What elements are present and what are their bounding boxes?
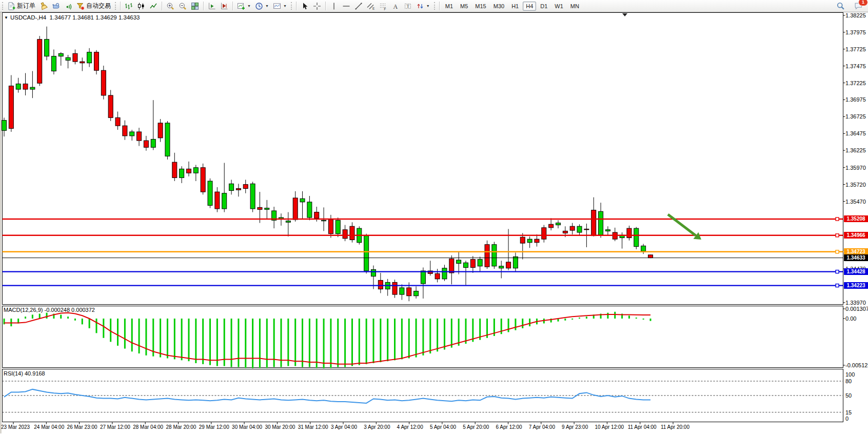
toolbar-grip[interactable] [434,2,435,10]
signals-button[interactable] [62,1,74,12]
trendline-icon [354,2,363,10]
auto-scroll-icon [208,2,216,10]
text-label-icon: T [404,2,412,10]
templates-icon [273,2,281,10]
one-click-toggle-icon[interactable]: ▼ [4,15,8,20]
separator [439,2,440,10]
add-indicator-icon [237,2,245,10]
price-line-tag[interactable]: 1.35208 [844,215,868,222]
auto-scroll-button[interactable] [206,1,218,12]
price-axis-tick: 1.36725 [845,113,866,120]
auto-trading-button[interactable]: 自动交易 [74,1,113,12]
arrows-tool-button[interactable]: ▼ [414,1,432,12]
zoom-out-button[interactable] [176,1,189,12]
trendline-button[interactable] [352,1,365,12]
chart-shift-button[interactable] [218,1,230,12]
rsi-axis-tick: 80 [845,378,852,384]
date-label: 28 Mar 04:00 [133,424,163,430]
price-line-tag[interactable]: 1.34223 [844,282,868,289]
svg-text:A: A [393,3,398,10]
chevron-down-icon: ▼ [426,4,430,8]
date-label: 30 Mar 04:00 [232,424,262,430]
separator [232,2,233,10]
crosshair-button[interactable] [311,1,323,12]
tile-windows-button[interactable] [189,1,201,12]
toolbar-grip[interactable] [291,2,292,10]
rsi-axis-tick: 15 [845,409,852,416]
text-button[interactable]: A [389,1,402,12]
date-label: 7 Apr 04:00 [529,424,555,430]
line-chart-button[interactable] [147,1,160,12]
search-icon [836,2,845,10]
price-axis-tick: 1.33970 [845,300,866,306]
new-order-button[interactable]: 新订单 [5,1,37,12]
templates-button[interactable]: ▼ [271,1,289,12]
horizontal-line-button[interactable] [340,1,352,12]
rsi-axis-tick: 0 [845,416,849,422]
date-label: 11 Apr 20:00 [661,424,689,430]
timeframe-button-H4[interactable]: H4 [523,2,536,11]
timeframe-button-M15[interactable]: M15 [472,2,489,11]
toolbar: 新订单 自动交易 [0,0,868,12]
date-label: 4 Apr 12:00 [397,424,423,430]
macd-axis-tick: -0.005123 [845,362,868,368]
separator [162,2,162,10]
price-axis-tick: 1.35470 [845,199,866,205]
text-icon: A [391,2,400,10]
timeframe-button-D1[interactable]: D1 [537,2,550,11]
zoom-in-icon [166,2,174,10]
separator [325,2,326,10]
date-label: 31 Mar 12:00 [298,424,328,430]
bar-chart-icon [125,2,133,10]
date-label: 5 Apr 04:00 [430,424,456,430]
notification-badge: 1 [858,0,868,6]
timeframe-group: M1M5M15M30H1H4D1W1MN [442,2,583,11]
fibonacci-button[interactable]: F [377,1,389,12]
toolbar-right-group: 1 [834,0,865,12]
price-line-tag[interactable]: 1.34428 [844,268,868,275]
equidistant-channel-button[interactable]: E [365,1,377,12]
toolbar-grip[interactable] [115,2,116,10]
candlestick-chart-button[interactable] [135,1,147,12]
chart-title: ▼USDCAD-,H4 1.34677 1.34681 1.34629 1.34… [4,14,140,21]
bar-chart-button[interactable] [123,1,135,12]
line-chart-icon [149,2,157,10]
timeframe-button-M30[interactable]: M30 [490,2,507,11]
publisher-icon [52,2,60,10]
timeframe-button-M1[interactable]: M1 [442,2,456,11]
timeframe-button-MN[interactable]: MN [567,2,582,11]
rsi-name: RSI(14) [4,370,23,377]
date-label: 30 Mar 20:00 [265,424,295,430]
date-label: 24 Mar 04:00 [34,424,64,430]
price-axis-tick: 1.36475 [845,130,866,136]
signals-icon [64,2,72,10]
macd-axis-tick: 0.001307 [845,306,868,312]
chart-ohlc-values: 1.34677 1.34681 1.34629 1.34633 [50,14,140,21]
vertical-line-button[interactable] [328,1,340,12]
search-button[interactable] [834,1,847,12]
toolbar-grip[interactable] [2,2,3,10]
separator [296,2,297,10]
date-label: 3 Apr 04:00 [331,424,357,430]
trading-terminal-window: 新订单 自动交易 [0,0,868,435]
cursor-button[interactable] [299,1,311,12]
zoom-in-button[interactable] [164,1,176,12]
price-axis-tick: 1.36225 [845,147,866,153]
publisher-button[interactable] [50,1,62,12]
text-label-button[interactable]: T [402,1,414,12]
brush-button[interactable] [37,1,50,12]
cursor-icon [301,2,309,10]
notifications-button[interactable]: 1 [852,1,865,12]
add-indicator-button[interactable]: ▼ [235,1,253,12]
periods-button[interactable]: ▼ [253,1,271,12]
price-axis-tick: 1.35970 [845,165,866,171]
timeframe-button-M5[interactable]: M5 [457,2,471,11]
date-label: 6 Apr 12:00 [496,424,522,430]
price-line-tag[interactable]: 1.34966 [844,232,868,239]
separator [120,2,121,10]
timeframe-button-W1[interactable]: W1 [551,2,566,11]
timeframe-button-H1[interactable]: H1 [508,2,522,11]
rsi-axis-tick: 100 [845,371,855,378]
horizontal-line-icon [342,2,350,10]
date-label: 9 Apr 23:00 [562,424,588,430]
